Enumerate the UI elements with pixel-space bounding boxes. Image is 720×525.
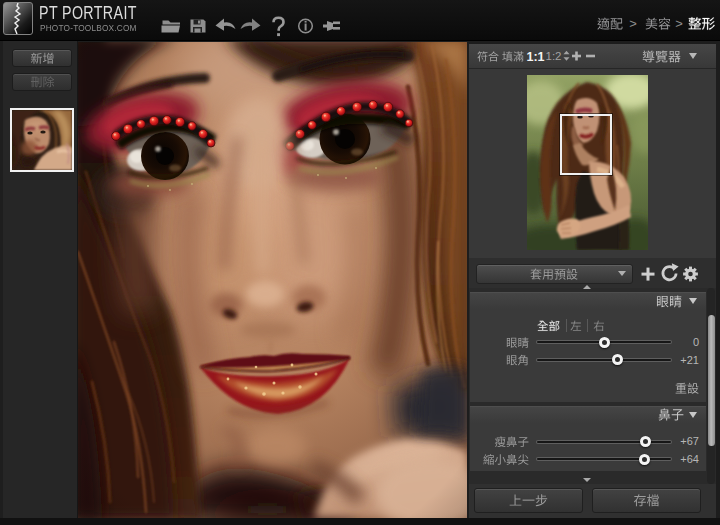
svg-text:+21: +21 [680, 354, 699, 366]
svg-text:+64: +64 [680, 453, 699, 465]
svg-text:+67: +67 [680, 435, 699, 447]
svg-text:>: > [629, 16, 637, 31]
svg-text:1:2: 1:2 [546, 50, 562, 62]
svg-text:0: 0 [693, 336, 699, 348]
svg-text:1:1: 1:1 [527, 50, 545, 64]
svg-text:>: > [675, 16, 683, 31]
